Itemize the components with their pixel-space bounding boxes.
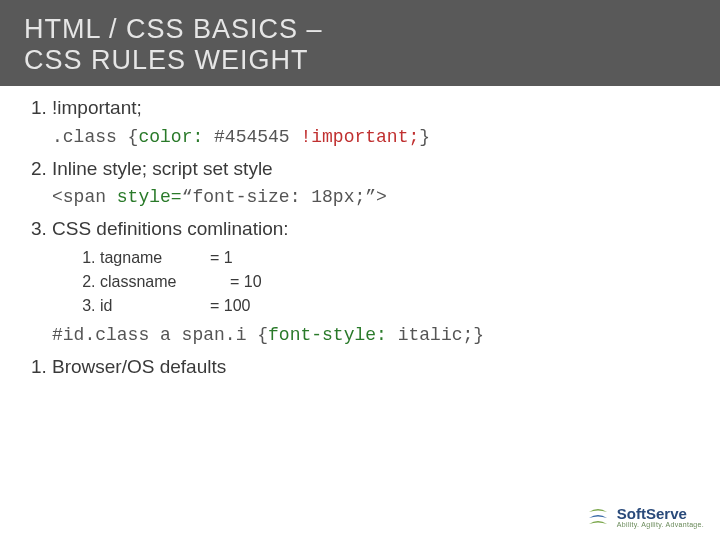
slide-title: HTML / CSS BASICS – CSS RULES WEIGHT <box>24 14 720 76</box>
slide-header: HTML / CSS BASICS – CSS RULES WEIGHT <box>0 0 720 86</box>
logo-tagline: Ability. Agility. Advantage. <box>617 521 704 528</box>
code-token: “font-size: 18px;” <box>182 187 376 207</box>
sub-label: id <box>100 294 210 318</box>
code-attr: style= <box>117 187 182 207</box>
code-line: <span style=“font-size: 18px;”> <box>52 184 700 211</box>
sub-value: = 1 <box>210 249 233 266</box>
title-dash: – <box>307 14 323 44</box>
item-text: Inline style; script set style <box>52 158 273 179</box>
title-part: BASICS <box>193 14 298 44</box>
slide-body: !important; .class {color: #454545 !impo… <box>0 86 720 381</box>
title-part: CSS <box>24 45 83 75</box>
list-item: CSS definitions comlination: tagname= 1 … <box>52 215 700 349</box>
code-token: #id.class a span.i { <box>52 325 268 345</box>
title-part: HTML / CSS <box>24 14 185 44</box>
code-property: font-style: <box>268 325 387 345</box>
code-token: <span <box>52 187 117 207</box>
logo-text: SoftServe Ability. Agility. Advantage. <box>617 506 704 528</box>
item-text: CSS definitions comlination: <box>52 218 289 239</box>
code-token: italic; <box>387 325 473 345</box>
code-property: color: <box>138 127 203 147</box>
main-list: !important; .class {color: #454545 !impo… <box>28 94 700 349</box>
code-token: } <box>473 325 484 345</box>
logo-icon <box>585 504 611 530</box>
sub-item: classname= 10 <box>100 270 700 294</box>
code-token: #454545 <box>203 127 300 147</box>
sub-value: = 100 <box>210 297 250 314</box>
list-item: Inline style; script set style <span sty… <box>52 155 700 212</box>
code-line: #id.class a span.i {font-style: italic;} <box>52 322 700 349</box>
code-token: > <box>376 187 387 207</box>
sub-label: tagname <box>100 246 210 270</box>
logo-name: SoftServe <box>617 506 704 521</box>
sub-list: tagname= 1 classname= 10 id= 100 <box>52 246 700 318</box>
list-item: !important; .class {color: #454545 !impo… <box>52 94 700 151</box>
sub-item: tagname= 1 <box>100 246 700 270</box>
list-item: Browser/OS defaults <box>52 353 700 382</box>
code-line: .class {color: #454545 !important;} <box>52 124 700 151</box>
item-text: Browser/OS defaults <box>52 356 226 377</box>
code-important: !important; <box>300 127 419 147</box>
code-token: } <box>419 127 430 147</box>
main-list-continued: Browser/OS defaults <box>28 353 700 382</box>
title-part: RULES WEIGHT <box>91 45 309 75</box>
brand-logo: SoftServe Ability. Agility. Advantage. <box>585 504 704 530</box>
code-token: .class { <box>52 127 138 147</box>
sub-item: id= 100 <box>100 294 700 318</box>
sub-value: = 10 <box>230 273 262 290</box>
sub-label: classname <box>100 270 230 294</box>
item-text: !important; <box>52 97 142 118</box>
